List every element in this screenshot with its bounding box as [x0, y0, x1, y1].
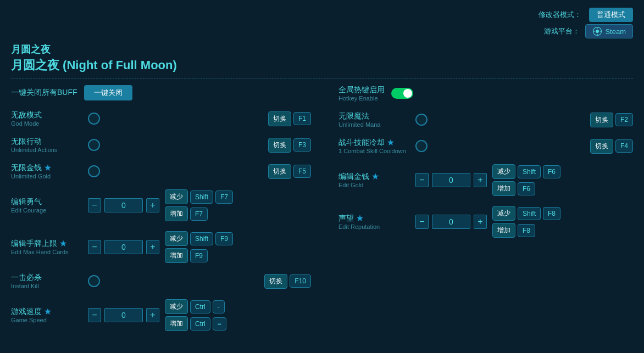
toggle-god-mode[interactable] — [88, 113, 100, 125]
reduce-label-courage[interactable]: 减少 — [165, 189, 188, 204]
increase-gold[interactable]: + — [474, 173, 487, 187]
feature-row-edit-courage: 编辑勇气 Edit Courage − 0 + 减少 Shift F7 增加 — [11, 189, 311, 221]
one-key-section-header: 一键关闭所有BUFF 一键关闭 — [11, 85, 311, 100]
feature-row-combat-skill: 战斗技能冷却 ★ 1 Combat Skill Cooldown 切换 F4 — [338, 138, 633, 154]
feature-name-game-speed: 游戏速度 ★ Game Speed — [11, 307, 82, 323]
decrease-game-speed[interactable]: − — [88, 308, 101, 322]
add-label-max-hand[interactable]: 增加 — [165, 248, 188, 263]
game-speed-add-row: 增加 Ctrl = — [165, 316, 226, 331]
feature-en-unlimited-mana: Unlimited Mana — [338, 121, 410, 128]
feature-en-combat-skill: 1 Combat Skill Cooldown — [338, 148, 410, 154]
gold-f6-reduce[interactable]: F6 — [543, 165, 560, 178]
max-hand-f9-add[interactable]: F9 — [190, 249, 208, 262]
feature-row-game-speed: 游戏速度 ★ Game Speed − 0 + 减少 Ctrl - 增加 — [11, 299, 311, 331]
feature-name-unlimited-gold: 无限金钱 ★ Unlimited Gold — [11, 163, 82, 180]
feature-name-unlimited-actions: 无限行动 Unlimited Actions — [11, 137, 82, 153]
gold-value: 0 — [432, 173, 470, 187]
reputation-shift[interactable]: Shift — [518, 207, 541, 220]
game-speed-ctrl[interactable]: Ctrl — [190, 300, 210, 313]
key-f4[interactable]: F4 — [615, 139, 633, 153]
star-game-speed: ★ — [44, 307, 52, 316]
max-hand-f9-reduce[interactable]: F9 — [215, 232, 233, 245]
toggle-label-god-mode[interactable]: 切换 — [268, 111, 291, 126]
key-f2[interactable]: F2 — [615, 113, 633, 126]
reduce-label-max-hand[interactable]: 减少 — [165, 231, 188, 246]
toggle-label-combat-skill[interactable]: 切换 — [590, 139, 613, 154]
one-key-close-button[interactable]: 一键关闭 — [84, 85, 132, 100]
toggle-label-unlimited-mana[interactable]: 切换 — [590, 113, 613, 127]
reduce-label-game-speed[interactable]: 减少 — [165, 299, 188, 314]
toggle-unlimited-gold[interactable] — [88, 165, 100, 177]
add-label-reputation[interactable]: 增加 — [492, 223, 515, 238]
courage-shift[interactable]: Shift — [190, 190, 213, 204]
feature-cn-edit-gold: 编辑金钱 ★ — [338, 172, 410, 182]
decrease-reputation[interactable]: − — [415, 215, 429, 229]
key-f3[interactable]: F3 — [293, 138, 311, 152]
game-speed-equals[interactable]: = — [213, 317, 226, 330]
toggle-label-unlimited-actions[interactable]: 切换 — [268, 138, 291, 153]
feature-cn-unlimited-actions: 无限行动 — [11, 137, 82, 147]
feature-en-unlimited-gold: Unlimited Gold — [11, 173, 82, 180]
edit-reputation-controls: − 0 + — [415, 215, 487, 229]
steam-label: Steam — [605, 27, 626, 36]
toggle-label-unlimited-gold[interactable]: 切换 — [268, 164, 291, 179]
gold-f6-add[interactable]: F6 — [518, 182, 535, 195]
increase-max-hand[interactable]: + — [146, 240, 159, 254]
feature-row-instant-kill: 一击必杀 Instant Kill 切换 F10 — [11, 273, 311, 289]
game-speed-reduce-row: 减少 Ctrl - — [165, 299, 226, 314]
reputation-f8-reduce[interactable]: F8 — [543, 207, 560, 220]
increase-reputation[interactable]: + — [474, 215, 487, 229]
reputation-f8-add[interactable]: F8 — [518, 224, 535, 237]
toggle-combat-skill[interactable] — [415, 140, 428, 152]
reduce-label-reputation[interactable]: 减少 — [492, 206, 515, 221]
toggle-unlimited-actions[interactable] — [88, 139, 100, 151]
hotkey-enable-toggle[interactable] — [391, 88, 413, 99]
divider — [11, 78, 633, 79]
star-combat-skill: ★ — [387, 138, 395, 147]
edit-gold-controls: − 0 + — [415, 173, 487, 187]
reduce-label-gold[interactable]: 减少 — [492, 164, 515, 179]
decrease-max-hand[interactable]: − — [88, 240, 101, 254]
add-label-game-speed[interactable]: 增加 — [165, 316, 188, 331]
toggle-instant-kill[interactable] — [88, 275, 100, 287]
mode-button[interactable]: 普通模式 — [589, 8, 633, 22]
hotkey-enable-label: 全局热键启用 Hotkey Enable — [338, 85, 385, 102]
feature-cn-combat-skill: 战斗技能冷却 ★ — [338, 138, 410, 148]
increase-game-speed[interactable]: + — [146, 308, 159, 322]
reputation-hotkeys: 减少 Shift F8 增加 F8 — [492, 206, 560, 238]
max-hand-shift[interactable]: Shift — [190, 232, 213, 245]
one-key-label: 一键关闭所有BUFF — [11, 88, 77, 98]
feature-name-edit-max-hand: 编辑手牌上限 ★ Edit Max Hand Cards — [11, 239, 82, 255]
hotkey-unlimited-mana: 切换 F2 — [590, 113, 633, 127]
feature-row-god-mode: 无敌模式 God Mode 切换 F1 — [11, 110, 311, 127]
steam-button[interactable]: Steam — [585, 24, 633, 38]
increase-courage[interactable]: + — [146, 198, 159, 212]
game-speed-value: 0 — [104, 308, 143, 322]
hotkey-enable-en: Hotkey Enable — [338, 95, 385, 102]
gold-shift[interactable]: Shift — [518, 165, 541, 178]
title-en: 月圆之夜 (Night of Full Moon) — [11, 57, 633, 74]
game-speed-minus[interactable]: - — [213, 300, 225, 313]
feature-row-edit-max-hand: 编辑手牌上限 ★ Edit Max Hand Cards − 0 + 减少 Sh… — [11, 231, 311, 263]
decrease-gold[interactable]: − — [415, 173, 429, 187]
key-f1[interactable]: F1 — [293, 112, 311, 125]
max-hand-hotkeys: 减少 Shift F9 增加 F9 — [165, 231, 233, 263]
gold-hotkeys: 减少 Shift F6 增加 F6 — [492, 164, 560, 196]
hotkey-enable-cn: 全局热键启用 — [338, 85, 385, 95]
game-speed-ctrl-add[interactable]: Ctrl — [190, 317, 210, 330]
decrease-courage[interactable]: − — [88, 198, 101, 212]
courage-f7-reduce[interactable]: F7 — [215, 190, 233, 204]
feature-row-edit-reputation: 声望 ★ Edit Reputation − 0 + 减少 Shift F8 增… — [338, 206, 633, 238]
toggle-unlimited-mana[interactable] — [415, 114, 428, 126]
toggle-label-instant-kill[interactable]: 切换 — [264, 274, 287, 289]
add-label-courage[interactable]: 增加 — [165, 206, 188, 221]
add-label-gold[interactable]: 增加 — [492, 181, 515, 196]
feature-cn-unlimited-mana: 无限魔法 — [338, 111, 410, 121]
top-bar: 修改器模式： 普通模式 — [11, 8, 633, 22]
feature-name-edit-reputation: 声望 ★ Edit Reputation — [338, 214, 410, 230]
edit-max-hand-controls: − 0 + — [88, 240, 159, 254]
courage-f7-add[interactable]: F7 — [190, 208, 208, 221]
title-cn: 月圆之夜 — [11, 43, 633, 56]
key-f10[interactable]: F10 — [290, 274, 311, 288]
key-f5[interactable]: F5 — [293, 165, 311, 178]
